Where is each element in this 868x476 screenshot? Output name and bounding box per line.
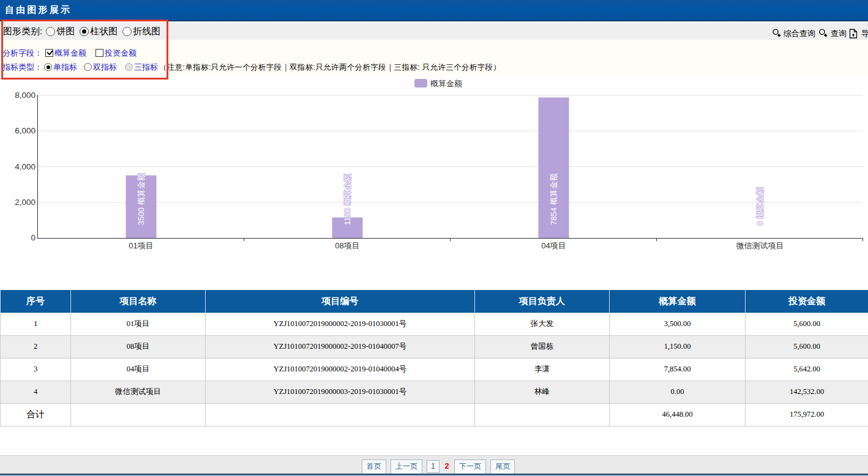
svg-text:04项目: 04项目 (541, 241, 566, 250)
svg-text:微信测试项目: 微信测试项目 (736, 241, 784, 250)
svg-text:2,000: 2,000 (15, 198, 36, 207)
svg-text:08项目: 08项目 (335, 241, 359, 250)
svg-text:1150概算金额: 1150概算金额 (343, 174, 352, 225)
svg-text:4,000: 4,000 (15, 162, 36, 171)
svg-text:7854概算金额: 7854概算金额 (549, 173, 558, 225)
svg-text:0概算金额: 0概算金额 (755, 187, 765, 226)
svg-text:01项目: 01项目 (129, 241, 153, 250)
svg-text:0: 0 (31, 233, 36, 242)
svg-text:概算金额: 概算金额 (430, 79, 462, 88)
svg-text:3500概算金额: 3500概算金额 (137, 173, 146, 225)
svg-text:8,000: 8,000 (15, 91, 36, 100)
svg-text:6,000: 6,000 (15, 126, 36, 135)
